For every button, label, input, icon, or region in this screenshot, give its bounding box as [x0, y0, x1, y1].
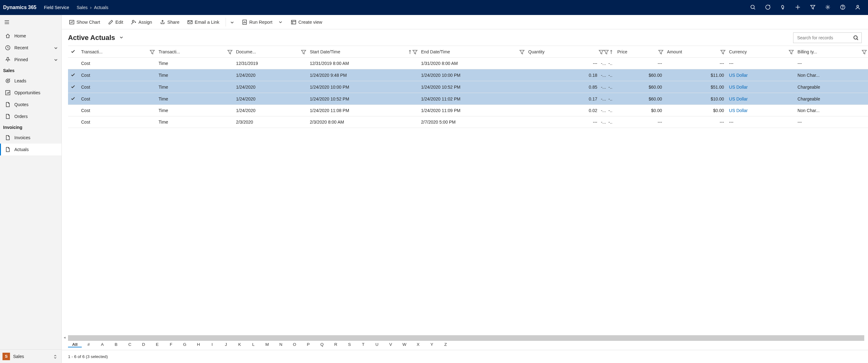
search-input[interactable] [797, 35, 853, 40]
alpha-D[interactable]: D [137, 342, 150, 347]
cmd-split-chevron[interactable] [225, 18, 237, 27]
alpha-L[interactable]: L [247, 342, 260, 347]
filter-icon[interactable] [412, 49, 416, 54]
filter-icon[interactable] [520, 49, 523, 54]
nav-invoices[interactable]: Invoices [0, 132, 61, 144]
alpha-J[interactable]: J [219, 342, 233, 347]
search-icon[interactable] [746, 0, 761, 15]
alpha-P[interactable]: P [301, 342, 315, 347]
table-row[interactable]: CostTime1/24/20201/24/2020 11:08 PM1/24/… [68, 105, 868, 116]
breadcrumb-sales[interactable]: Sales [77, 5, 88, 10]
cell-currency[interactable]: US Dollar [727, 105, 795, 116]
col-qty[interactable]: Quantity [526, 46, 615, 58]
alpha-O[interactable]: O [288, 342, 301, 347]
alpha-W[interactable]: W [398, 342, 411, 347]
cell-currency[interactable]: --- [727, 116, 795, 128]
row-select[interactable] [68, 116, 79, 128]
nav-recent[interactable]: Recent [0, 42, 61, 54]
cell-currency[interactable]: US Dollar [727, 81, 795, 93]
alpha-H[interactable]: H [192, 342, 205, 347]
alpha-All[interactable]: All [68, 342, 82, 347]
table-row[interactable]: CostTime12/31/201912/31/2019 8:00 AM1/31… [68, 58, 868, 69]
module[interactable]: Field Service [44, 5, 69, 10]
filter-icon[interactable] [150, 49, 154, 54]
nav-actuals[interactable]: Actuals [0, 144, 61, 155]
user-icon[interactable] [850, 0, 866, 15]
horizontal-scrollbar[interactable] [68, 335, 864, 341]
col-amount[interactable]: Amount [664, 46, 727, 58]
select-all-icon[interactable] [70, 49, 75, 54]
table-row[interactable]: CostTime1/24/20201/24/2020 10:00 PM1/24/… [68, 81, 868, 93]
cmd-create-view[interactable]: Create view [288, 18, 326, 27]
row-select[interactable] [68, 105, 79, 116]
cmd-email-a-link[interactable]: Email a Link [184, 18, 222, 27]
nav-pinned[interactable]: Pinned [0, 54, 61, 65]
cmd-run-report[interactable]: Run Report [239, 18, 286, 27]
col-price[interactable]: Price [615, 46, 664, 58]
filter-icon[interactable] [789, 49, 793, 54]
alpha-K[interactable]: K [233, 342, 247, 347]
alpha-M[interactable]: M [260, 342, 274, 347]
cell-currency[interactable]: US Dollar [727, 69, 795, 81]
alpha-A[interactable]: A [95, 342, 109, 347]
filter-icon[interactable] [658, 49, 662, 54]
col-currency[interactable]: Currency [727, 46, 795, 58]
col-start[interactable]: Start Date/Time [307, 46, 419, 58]
table-row[interactable]: CostTime2/3/20202/3/2020 8:00 AM2/7/2020… [68, 116, 868, 128]
help-icon[interactable] [836, 0, 850, 15]
alpha-R[interactable]: R [329, 342, 343, 347]
nav-orders[interactable]: Orders [0, 111, 61, 122]
nav-leads[interactable]: Leads [0, 75, 61, 87]
alpha-Y[interactable]: Y [425, 342, 439, 347]
cmd-show-chart[interactable]: Show Chart [66, 18, 103, 27]
filter-icon[interactable] [604, 49, 608, 54]
filter-icon[interactable] [862, 49, 866, 54]
alpha-S[interactable]: S [343, 342, 356, 347]
alpha-E[interactable]: E [150, 342, 164, 347]
assistant-icon[interactable] [761, 0, 776, 15]
alpha-F[interactable]: F [164, 342, 178, 347]
cell-currency[interactable]: --- [727, 58, 795, 69]
col-billing[interactable]: Billing ty... [795, 46, 868, 58]
alpha-I[interactable]: I [205, 342, 219, 347]
gear-icon[interactable] [820, 0, 836, 15]
alpha-Q[interactable]: Q [315, 342, 329, 347]
alpha-V[interactable]: V [384, 342, 398, 347]
alpha-C[interactable]: C [123, 342, 137, 347]
alpha-T[interactable]: T [356, 342, 370, 347]
alpha-B[interactable]: B [109, 342, 123, 347]
col-trans_type[interactable]: Transacti... [156, 46, 234, 58]
filter-icon[interactable] [301, 49, 305, 54]
hamburger-icon[interactable] [0, 15, 61, 30]
alpha-X[interactable]: X [411, 342, 425, 347]
nav-quotes[interactable]: Quotes [0, 99, 61, 111]
col-doc_date[interactable]: Docume... [234, 46, 307, 58]
col-end[interactable]: End Date/Time [419, 46, 526, 58]
cmd-share[interactable]: Share [157, 18, 183, 27]
col-trans_class[interactable]: Transacti... [79, 46, 156, 58]
col-chk[interactable] [68, 46, 79, 58]
alpha-Z[interactable]: Z [439, 342, 453, 347]
nav-opportunities[interactable]: Opportunities [0, 87, 61, 99]
view-title-button[interactable]: Active Actuals [68, 34, 123, 42]
filter-icon[interactable] [720, 49, 724, 54]
sort-icon[interactable] [609, 49, 613, 54]
cmd-assign[interactable]: Assign [128, 18, 155, 27]
row-select[interactable] [68, 93, 79, 105]
alpha-#[interactable]: # [82, 342, 95, 347]
filter-icon[interactable] [227, 49, 231, 54]
filter-icon[interactable] [599, 49, 602, 54]
nav-home[interactable]: Home [0, 30, 61, 42]
table-row[interactable]: CostTime1/24/20201/24/2020 9:48 PM1/24/2… [68, 69, 868, 81]
row-select[interactable] [68, 58, 79, 69]
brand[interactable]: Dynamics 365 [3, 5, 36, 10]
alpha-G[interactable]: G [178, 342, 192, 347]
row-select[interactable] [68, 69, 79, 81]
alpha-N[interactable]: N [274, 342, 288, 347]
filter-icon[interactable] [806, 0, 820, 15]
plus-icon[interactable] [790, 0, 806, 15]
search-records[interactable] [793, 32, 862, 43]
area-switcher[interactable]: S Sales [0, 349, 61, 363]
alpha-U[interactable]: U [370, 342, 384, 347]
table-row[interactable]: CostTime1/24/20201/24/2020 10:52 PM1/24/… [68, 93, 868, 105]
